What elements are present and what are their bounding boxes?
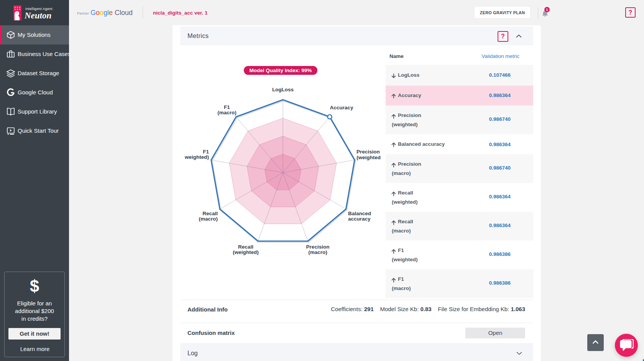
svg-text:Recall: Recall: [202, 211, 218, 216]
svg-text:(macro): (macro): [217, 110, 237, 115]
svg-text:(weighted): (weighted): [233, 249, 259, 255]
svg-text:Precision: Precision: [356, 149, 380, 155]
svg-text:(macro): (macro): [308, 249, 327, 255]
svg-text:weighted): weighted): [184, 154, 209, 160]
svg-text:Accuracy: Accuracy: [330, 105, 353, 110]
svg-text:(macro): (macro): [199, 216, 218, 222]
svg-text:Precision: Precision: [306, 244, 330, 250]
svg-text:LogLoss: LogLoss: [272, 87, 294, 92]
svg-text:F1: F1: [203, 149, 209, 155]
svg-text:accuracy: accuracy: [348, 216, 371, 222]
svg-text:Balanced: Balanced: [348, 211, 371, 216]
svg-text:Recall: Recall: [238, 244, 253, 250]
svg-text:(weighted: (weighted: [356, 155, 381, 160]
svg-text:F1: F1: [224, 104, 230, 110]
